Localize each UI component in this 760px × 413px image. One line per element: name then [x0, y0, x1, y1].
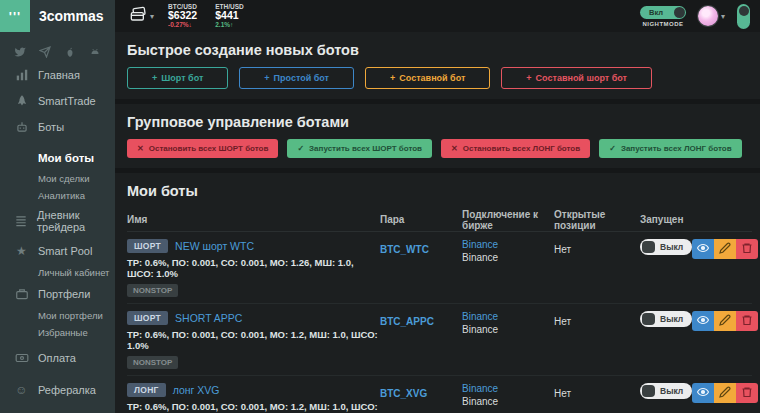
- create-composite-bot-button[interactable]: +Составной бот: [365, 67, 490, 89]
- pencil-icon: [719, 386, 731, 401]
- sidebar-item-my-bots[interactable]: Мои боты: [0, 146, 115, 170]
- 3commas-logo-icon: ''': [0, 0, 30, 32]
- bot-run-toggle[interactable]: Выкл: [640, 383, 692, 399]
- quick-create-title: Быстрое создание новых ботов: [127, 42, 752, 58]
- eye-icon: [697, 314, 709, 329]
- bar-chart-icon: [14, 68, 29, 83]
- strategy-badge: NONSTOP: [127, 284, 178, 297]
- exchange-link[interactable]: Binance: [462, 383, 554, 394]
- bot-name-link[interactable]: SHORT APPC: [175, 312, 242, 324]
- open-positions: Нет: [554, 316, 571, 327]
- sidebar-item-smarttrade[interactable]: SmartTrade: [0, 88, 115, 114]
- view-bot-button[interactable]: [692, 383, 714, 403]
- bot-type-badge: ШОРТ: [127, 311, 168, 325]
- sidebar-item-personal-cabinet[interactable]: Личный кабинет: [0, 264, 115, 281]
- my-bots-section: Мои боты Имя Пара Подключение к бирже От…: [127, 183, 752, 413]
- delete-bot-button[interactable]: [736, 383, 758, 403]
- top-header: ''' 3commas ▾ BTC/USD $6322 -0.27%↓: [0, 0, 760, 32]
- ticker-btc-usd: BTC/USD $6322 -0.27%↓: [168, 4, 197, 29]
- delete-bot-button[interactable]: [736, 311, 758, 331]
- stop-all-long-bots-button[interactable]: ✕Остановить всех ЛОНГ ботов: [441, 139, 590, 158]
- apple-icon[interactable]: [64, 44, 76, 56]
- android-icon[interactable]: [89, 44, 101, 56]
- smiley-icon: ☺: [14, 383, 29, 398]
- twitter-icon[interactable]: [14, 44, 26, 56]
- bot-run-toggle[interactable]: Выкл: [640, 239, 692, 255]
- stop-all-short-bots-button[interactable]: ✕Остановить всех ШОРТ ботов: [127, 139, 278, 158]
- start-all-long-bots-button[interactable]: ✓Запустить всех ЛОНГ ботов: [599, 139, 741, 158]
- sidebar-item-analytics[interactable]: Аналитика: [0, 187, 115, 204]
- pair-link[interactable]: BTC_XVG: [380, 388, 427, 399]
- table-row: ЛОНГ лонг XVG ТР: 0.6%, ПО: 0.001, СО: 0…: [127, 376, 752, 413]
- table-row: ШОРТ SHORT APPC ТР: 0.6%, ПО: 0.001, СО:…: [127, 304, 752, 376]
- avatar: [698, 6, 718, 26]
- exchange-link[interactable]: Binance: [462, 239, 554, 250]
- panel-toggle[interactable]: [737, 4, 750, 29]
- sidebar-item-referral[interactable]: ☺ Рефералка: [0, 377, 115, 403]
- toggle-knob: [642, 241, 655, 253]
- credit-cards-icon: [129, 6, 147, 26]
- logo[interactable]: ''' 3commas: [0, 0, 115, 32]
- cross-icon: ✕: [137, 144, 144, 153]
- sidebar-item-payment[interactable]: Оплата: [0, 345, 115, 371]
- bots-table-header: Имя Пара Подключение к бирже Открытые по…: [127, 208, 752, 232]
- bot-name-link[interactable]: лонг XVG: [173, 384, 220, 396]
- create-composite-short-bot-button[interactable]: +Составной шорт бот: [501, 67, 652, 89]
- bot-stats: ТР: 0.6%, ПО: 0.001, СО: 0.001, МО: 1.2,…: [127, 329, 380, 351]
- plus-icon: +: [264, 73, 269, 83]
- edit-bot-button[interactable]: [714, 383, 736, 403]
- trash-icon: [741, 386, 753, 401]
- app-root: ''' 3commas ▾ BTC/USD $6322 -0.27%↓: [0, 0, 760, 413]
- column-header-pair: Пара: [380, 214, 462, 225]
- edit-bot-button[interactable]: [714, 239, 736, 259]
- sidebar-item-my-deals[interactable]: Мои сделки: [0, 170, 115, 187]
- exchange-link[interactable]: Binance: [462, 311, 554, 322]
- start-all-short-bots-button[interactable]: ✓Запустить всех ШОРТ ботов: [287, 139, 432, 158]
- sidebar: Главная SmartTrade Боты Мои боты Мои сде…: [0, 32, 115, 413]
- check-icon: ✓: [297, 144, 304, 153]
- toggle-knob: [739, 6, 749, 16]
- bot-type-badge: ШОРТ: [127, 239, 168, 253]
- toggle-knob: [642, 385, 655, 397]
- bot-stats: ТР: 0.6%, ПО: 0.001, СО: 0.001, МО: 1.26…: [127, 257, 380, 279]
- view-bot-button[interactable]: [692, 239, 714, 259]
- exchange-name: Binance: [462, 396, 554, 407]
- main-content: Быстрое создание новых ботов +Шорт бот +…: [115, 32, 760, 413]
- nightmode-control: Вкл NIGHTMODE: [640, 6, 686, 27]
- column-header-running: Запущен: [640, 214, 752, 225]
- nightmode-toggle[interactable]: Вкл: [640, 6, 686, 19]
- open-positions: Нет: [554, 244, 571, 255]
- sidebar-item-trader-diary[interactable]: Дневник трейдера: [0, 208, 115, 234]
- sidebar-item-favorites[interactable]: Избранные: [0, 324, 115, 341]
- sidebar-item-my-portfolios[interactable]: Мои портфели: [0, 307, 115, 324]
- sidebar-item-home[interactable]: Главная: [0, 62, 115, 88]
- cross-icon: ✕: [451, 144, 458, 153]
- view-bot-button[interactable]: [692, 311, 714, 331]
- banknote-icon: [14, 351, 29, 366]
- nightmode-label: NIGHTMODE: [640, 21, 686, 27]
- create-short-bot-button[interactable]: +Шорт бот: [127, 67, 228, 89]
- eye-icon: [697, 386, 709, 401]
- pair-link[interactable]: BTC_APPC: [380, 316, 434, 327]
- pencil-icon: [719, 314, 731, 329]
- column-header-exchange: Подключение к бирже: [462, 209, 554, 231]
- plus-icon: +: [526, 73, 531, 83]
- sidebar-item-bots[interactable]: Боты: [0, 114, 115, 140]
- edit-bot-button[interactable]: [714, 311, 736, 331]
- sidebar-item-smart-pool[interactable]: ★ Smart Pool: [0, 238, 115, 264]
- bot-stats: ТР: 0.6%, ПО: 0.001, СО: 0.001, МО: 1.2,…: [127, 401, 380, 413]
- price-tickers: BTC/USD $6322 -0.27%↓ ETH/USD $441 2.1%↑: [168, 4, 244, 29]
- section-divider: [115, 99, 760, 104]
- pair-link[interactable]: BTC_WTC: [380, 244, 429, 255]
- my-bots-title: Мои боты: [127, 183, 752, 199]
- bot-run-toggle[interactable]: Выкл: [640, 311, 692, 327]
- delete-bot-button[interactable]: [736, 239, 758, 259]
- bot-name-link[interactable]: NEW шорт WTC: [175, 240, 254, 252]
- group-control-section: Групповое управление ботами ✕Остановить …: [127, 114, 752, 158]
- create-simple-bot-button[interactable]: +Простой бот: [239, 67, 354, 89]
- sidebar-item-portfolios[interactable]: Портфели: [0, 281, 115, 307]
- telegram-icon[interactable]: [39, 44, 51, 56]
- table-row: ШОРТ NEW шорт WTC ТР: 0.6%, ПО: 0.001, С…: [127, 232, 752, 304]
- wallet-selector[interactable]: ▾: [129, 6, 154, 26]
- user-menu[interactable]: ▾: [698, 6, 725, 26]
